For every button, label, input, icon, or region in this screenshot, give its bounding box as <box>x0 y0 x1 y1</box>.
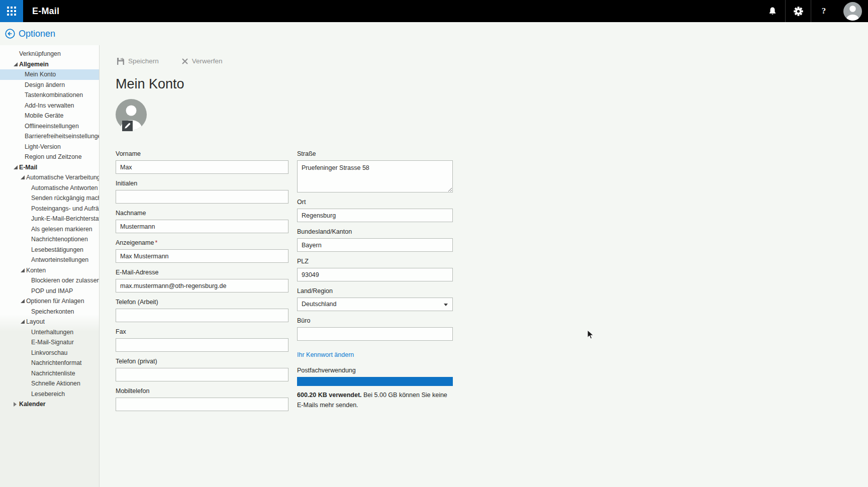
sidebar-item-label: Blockieren oder zulassen <box>31 277 99 284</box>
sidebar-item-optionen-f-r-anlagen[interactable]: Optionen für Anlagen <box>0 296 99 307</box>
telefon-privat-label: Telefon (privat) <box>116 358 288 365</box>
sidebar-item-kalender[interactable]: Kalender <box>0 399 99 410</box>
sidebar-item-label: Design ändern <box>25 81 65 88</box>
sidebar-item-als-gelesen-markieren[interactable]: Als gelesen markieren <box>0 224 99 235</box>
sidebar-item-layout[interactable]: Layout <box>0 317 99 327</box>
sidebar-item-label: Schnelle Aktionen <box>31 380 80 387</box>
sidebar-item-allgemein[interactable]: Allgemein <box>0 59 99 70</box>
tree-expanded-icon <box>14 62 19 66</box>
strasse-input[interactable] <box>297 160 453 192</box>
discard-label: Verwerfen <box>192 57 223 65</box>
notifications-button[interactable] <box>760 0 785 22</box>
buero-input[interactable] <box>297 327 453 341</box>
mobiltelefon-input[interactable] <box>116 398 288 411</box>
sidebar-item-light-version[interactable]: Light-Version <box>0 142 99 152</box>
sidebar-item-mobile-ger-te[interactable]: Mobile Geräte <box>0 111 99 121</box>
page-title: Mein Konto <box>116 76 868 92</box>
sidebar-item-konten[interactable]: Konten <box>0 265 99 276</box>
sidebar-item-label: Kalender <box>19 401 46 408</box>
main-content: Speichern Verwerfen Mein Konto VornameIn… <box>100 45 868 487</box>
sidebar-item-automatische-verarbeitung[interactable]: Automatische Verarbeitung <box>0 172 99 183</box>
telefon-privat-input[interactable] <box>116 368 288 381</box>
fax-label: Fax <box>116 328 288 335</box>
sidebar-item-barrierefreiheitseinstellungen[interactable]: Barrierefreiheitseinstellungen <box>0 131 99 142</box>
back-button[interactable] <box>5 29 15 39</box>
sidebar-item-linkvorschau[interactable]: Linkvorschau <box>0 348 99 358</box>
mailbox-usage-text: 600.20 KB verwendet. Bei 5.00 GB können … <box>297 390 453 410</box>
sidebar-item-schnelle-aktionen[interactable]: Schnelle Aktionen <box>0 378 99 389</box>
options-sidebar: VerknüpfungenAllgemeinMein KontoDesign ä… <box>0 45 100 487</box>
sidebar-item-label: Mein Konto <box>25 71 56 78</box>
sidebar-item-senden-r-ckg-ngig-machen[interactable]: Senden rückgängig machen <box>0 193 99 204</box>
sidebar-item-lesebest-tigungen[interactable]: Lesebestätigungen <box>0 245 99 255</box>
sidebar-item-speicherkonten[interactable]: Speicherkonten <box>0 307 99 317</box>
sidebar-item-mein-konto[interactable]: Mein Konto <box>0 69 99 80</box>
sidebar-item-blockieren-oder-zulassen[interactable]: Blockieren oder zulassen <box>0 275 99 286</box>
sidebar-item-region-und-zeitzone[interactable]: Region und Zeitzone <box>0 152 99 162</box>
field-plz: PLZ <box>297 258 453 281</box>
field-buero: Büro <box>297 317 453 341</box>
sidebar-item-verkn-pfungen[interactable]: Verknüpfungen <box>0 49 99 59</box>
vorname-input[interactable] <box>116 160 288 174</box>
options-title[interactable]: Optionen <box>19 29 55 39</box>
field-anzeigename: Anzeigename* <box>116 239 288 263</box>
email-adresse-input[interactable] <box>116 279 288 293</box>
discard-button[interactable]: Verwerfen <box>182 57 223 65</box>
nachname-input[interactable] <box>116 220 288 233</box>
anzeigename-input[interactable] <box>116 249 288 263</box>
sidebar-item-label: Layout <box>26 318 45 325</box>
command-bar: Speichern Verwerfen <box>117 57 868 65</box>
page-body: VerknüpfungenAllgemeinMein KontoDesign ä… <box>0 45 868 487</box>
tree-expanded-icon <box>14 165 19 169</box>
sidebar-item-design-ndern[interactable]: Design ändern <box>0 80 99 90</box>
land-region-label: Land/Region <box>297 287 453 295</box>
fax-input[interactable] <box>116 338 288 352</box>
form-column-right-fields: StraßeOrtBundesland/KantonPLZLand/Region… <box>297 150 453 341</box>
sidebar-item-e-mail-signatur[interactable]: E-Mail-Signatur <box>0 337 99 348</box>
initialen-input[interactable] <box>116 190 288 204</box>
ort-input[interactable] <box>297 209 453 222</box>
land-region-input[interactable]: Deutschland <box>297 298 453 311</box>
form-column-left: VornameInitialenNachnameAnzeigename*E-Ma… <box>116 150 288 417</box>
strasse-label: Straße <box>297 150 453 157</box>
mailbox-usage-bar <box>297 377 453 386</box>
bundesland-kanton-input[interactable] <box>297 238 453 252</box>
topbar-actions: ? <box>760 0 868 22</box>
sidebar-item-nachrichtenliste[interactable]: Nachrichtenliste <box>0 368 99 379</box>
sidebar-item-posteingangs-und-aufr-umregeln[interactable]: Posteingangs- und Aufräumregeln <box>0 204 99 214</box>
save-button[interactable]: Speichern <box>117 57 159 65</box>
sidebar-item-e-mail[interactable]: E-Mail <box>0 162 99 173</box>
sidebar-item-lesebereich[interactable]: Lesebereich <box>0 389 99 400</box>
sidebar-item-add-ins-verwalten[interactable]: Add-Ins verwalten <box>0 101 99 111</box>
telefon-arbeit-input[interactable] <box>116 309 288 322</box>
sidebar-item-label: Mobile Geräte <box>25 112 63 119</box>
arrow-left-circle-icon <box>5 29 15 39</box>
form-column-right: StraßeOrtBundesland/KantonPLZLand/Region… <box>297 150 453 417</box>
sidebar-item-antworteinstellungen[interactable]: Antworteinstellungen <box>0 255 99 265</box>
sidebar-item-offlineeinstellungen[interactable]: Offlineeinstellungen <box>0 121 99 132</box>
sidebar-item-nachrichtenoptionen[interactable]: Nachrichtenoptionen <box>0 234 99 245</box>
settings-button[interactable] <box>786 0 811 22</box>
topbar: E-Mail ? <box>0 0 868 22</box>
sidebar-item-label: Konten <box>26 267 46 274</box>
sidebar-item-pop-und-imap[interactable]: POP und IMAP <box>0 286 99 297</box>
sidebar-item-label: Antworteinstellungen <box>31 256 88 263</box>
sidebar-item-junk-e-mail-berichterstattung[interactable]: Junk-E-Mail-Berichterstattung <box>0 214 99 224</box>
telefon-arbeit-label: Telefon (Arbeit) <box>116 299 288 306</box>
sidebar-item-label: Verknüpfungen <box>19 50 61 57</box>
app-launcher-button[interactable] <box>0 0 23 22</box>
plz-input[interactable] <box>297 268 453 281</box>
sidebar-item-nachrichtenformat[interactable]: Nachrichtenformat <box>0 358 99 368</box>
edit-avatar-button[interactable] <box>122 121 133 131</box>
plz-label: PLZ <box>297 258 453 265</box>
sidebar-item-unterhaltungen[interactable]: Unterhaltungen <box>0 327 99 338</box>
account-avatar-button[interactable] <box>843 2 862 21</box>
field-vorname: Vorname <box>116 150 288 174</box>
initialen-label: Initialen <box>116 180 288 187</box>
sidebar-item-label: Barrierefreiheitseinstellungen <box>25 133 99 140</box>
help-button[interactable]: ? <box>811 0 836 22</box>
sidebar-item-tastenkombinationen[interactable]: Tastenkombinationen <box>0 90 99 101</box>
change-password-link[interactable]: Ihr Kennwort ändern <box>297 351 354 358</box>
sidebar-item-label: Als gelesen markieren <box>31 226 92 233</box>
sidebar-item-automatische-antworten[interactable]: Automatische Antworten <box>0 183 99 193</box>
